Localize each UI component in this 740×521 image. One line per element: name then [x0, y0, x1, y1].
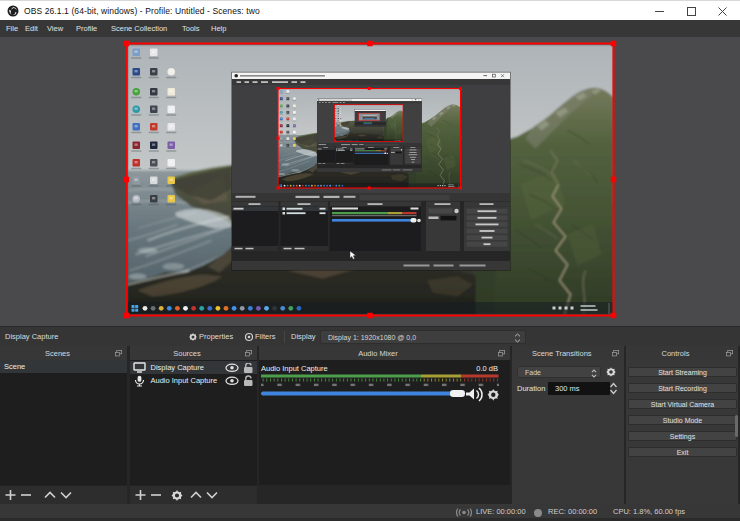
svg-text:0.0 dB: 0.0 dB [476, 364, 498, 373]
svg-text:Audio Input Capture: Audio Input Capture [261, 364, 328, 373]
